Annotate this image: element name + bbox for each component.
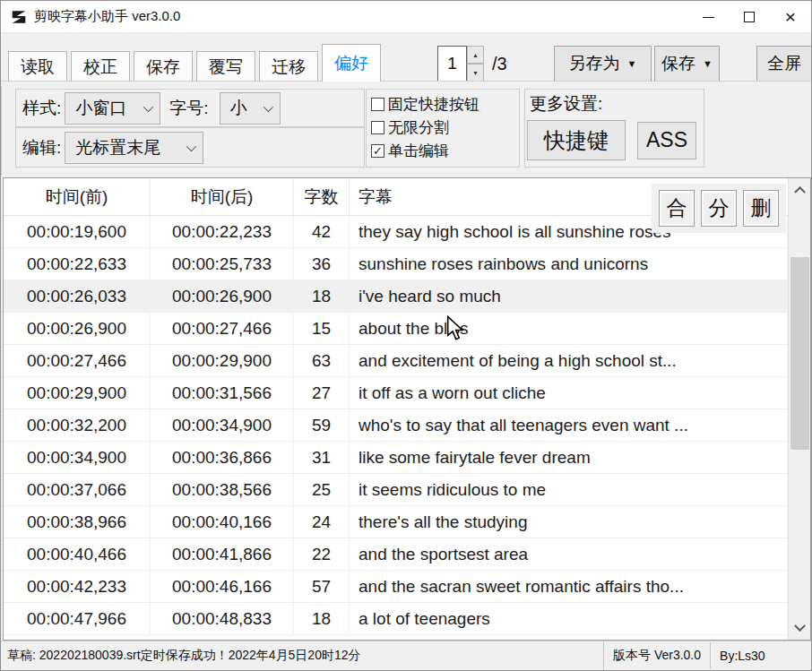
spin-down-icon[interactable]: ▼	[467, 64, 484, 82]
cell-time-start: 00:00:26,900	[4, 313, 151, 344]
subtitle-table: 时间(前) 时间(后) 字数 字幕 合 分 删 00:00:19,600 00:…	[3, 177, 811, 641]
cell-char-count: 24	[294, 506, 350, 538]
cell-time-start: 00:00:32,200	[4, 409, 151, 441]
cell-char-count: 36	[294, 248, 350, 280]
toolbar: 读取 校正 保存 覆写 迁移 偏好 ▲ ▼ /3 另存为 ▼ 保存 ▼ 全屏	[1, 41, 811, 86]
table-row[interactable]: 00:00:37,066 00:00:38,566 25 it seems ri…	[4, 474, 788, 506]
checkbox-infinite-split[interactable]: ✓ 无限分割	[371, 117, 519, 138]
minimize-button[interactable]	[687, 1, 729, 33]
cell-time-end: 00:00:41,866	[151, 538, 294, 570]
hotkey-button[interactable]: 快捷键	[527, 120, 626, 160]
maximize-button[interactable]	[729, 1, 770, 33]
cell-char-count: 42	[294, 216, 350, 247]
chevron-down-icon	[186, 141, 196, 151]
style-select[interactable]: 小窗口	[65, 92, 160, 125]
tab-bar: 读取 校正 保存 覆写 迁移 偏好	[8, 44, 381, 82]
scroll-up-icon[interactable]	[789, 178, 811, 201]
window-controls: ×	[687, 1, 811, 33]
cell-time-start: 00:00:40,466	[4, 538, 151, 570]
style-group: 样式: 小窗口 字号: 小	[15, 89, 365, 127]
table-row[interactable]: 00:00:27,466 00:00:29,900 63 and excitem…	[4, 345, 788, 377]
scroll-down-icon[interactable]	[789, 617, 811, 640]
edit-group: 编辑: 光标置末尾	[15, 127, 365, 168]
table-row[interactable]: 00:00:40,466 00:00:41,866 22 and the spo…	[4, 538, 788, 571]
edit-mode-value: 光标置末尾	[75, 136, 160, 159]
cell-char-count: 27	[294, 377, 350, 409]
header-time-start[interactable]: 时间(前)	[4, 178, 151, 215]
table-row[interactable]: 00:00:47,966 00:00:48,833 18 a lot of te…	[4, 603, 788, 635]
cell-time-end: 00:00:36,866	[151, 442, 294, 473]
close-button[interactable]: ×	[770, 1, 811, 33]
cell-char-count: 18	[294, 603, 350, 634]
fontsize-label: 字号:	[169, 97, 208, 120]
checkbox-icon: ✓	[371, 98, 384, 111]
fontsize-select[interactable]: 小	[220, 92, 281, 125]
scrollbar-thumb[interactable]	[790, 257, 809, 450]
edit-mode-select[interactable]: 光标置末尾	[65, 132, 203, 164]
checkbox-pin-shortcut[interactable]: ✓ 固定快捷按钮	[371, 94, 519, 115]
style-label: 样式:	[22, 97, 61, 120]
tab-correct[interactable]: 校正	[71, 51, 130, 82]
table-row[interactable]: 00:00:29,900 00:00:31,566 27 it off as a…	[4, 377, 788, 409]
cell-subtitle-text: and the sportsest area	[350, 538, 788, 570]
cell-time-start: 00:00:34,900	[4, 442, 151, 473]
draft-status-text: 草稿: 202202180039.srt定时保存成功！2022年4月5日20时1…	[1, 648, 603, 664]
header-char-count[interactable]: 字数	[294, 178, 350, 215]
table-row[interactable]: 00:00:38,966 00:00:40,166 24 there's all…	[4, 506, 788, 538]
tab-preferences[interactable]: 偏好	[322, 44, 381, 82]
more-settings-group: 更多设置: 快捷键 ASS	[524, 89, 704, 168]
style-value: 小窗口	[75, 97, 126, 120]
table-row[interactable]: 00:00:22,633 00:00:25,733 36 sunshine ro…	[4, 248, 788, 280]
vertical-scrollbar[interactable]	[788, 178, 810, 640]
cell-subtitle-text: like some fairytale fever dream	[350, 442, 788, 473]
tab-save[interactable]: 保存	[134, 51, 193, 82]
checkbox-icon: ✓	[371, 121, 384, 134]
tab-migrate[interactable]: 迁移	[259, 51, 318, 82]
cell-subtitle-text: and the sacran sweet romantic affairs th…	[350, 571, 788, 602]
table-row[interactable]: 00:00:32,200 00:00:34,900 59 who's to sa…	[4, 409, 788, 442]
cell-time-start: 00:00:38,966	[4, 506, 151, 538]
ass-button[interactable]: ASS	[637, 122, 696, 159]
save-label: 保存	[661, 52, 695, 75]
cell-subtitle-text: and excitement of being a high school st…	[350, 345, 788, 376]
checkbox-icon: ✓	[371, 144, 384, 158]
table-row[interactable]: 00:00:26,900 00:00:27,466 15 about the b…	[4, 313, 788, 345]
author-text: By:Ls30	[710, 642, 774, 669]
table-body: 00:00:19,600 00:00:22,233 42 they say hi…	[4, 216, 788, 640]
checkbox-click-edit[interactable]: ✓ 单击编辑	[371, 141, 519, 161]
cell-time-end: 00:00:27,466	[151, 313, 294, 344]
header-time-end[interactable]: 时间(后)	[151, 178, 294, 215]
page-number-input[interactable]	[437, 46, 467, 82]
cell-time-start: 00:00:19,600	[4, 216, 151, 247]
app-window: 剪映字幕小助手 ver3.0.0 × 读取 校正 保存 覆写 迁移 偏好 ▲ ▼…	[0, 0, 812, 671]
split-button[interactable]: 分	[701, 190, 737, 227]
cell-subtitle-text: a lot of teenagers	[350, 603, 788, 634]
cell-time-end: 00:00:25,733	[151, 248, 294, 280]
cell-time-end: 00:00:34,900	[151, 409, 294, 441]
cell-char-count: 63	[294, 345, 350, 376]
cell-char-count: 57	[294, 571, 350, 602]
status-bar: 草稿: 202202180039.srt定时保存成功！2022年4月5日20时1…	[1, 641, 811, 670]
cell-time-end: 00:00:38,566	[151, 474, 294, 505]
spin-up-icon[interactable]: ▲	[467, 46, 484, 64]
fullscreen-button[interactable]: 全屏	[756, 46, 812, 82]
cell-time-end: 00:00:31,566	[151, 377, 294, 409]
tab-overwrite[interactable]: 覆写	[196, 51, 255, 82]
delete-button[interactable]: 删	[743, 190, 779, 227]
preferences-panel: 样式: 小窗口 字号: 小 编辑: 光标置末尾	[1, 86, 811, 176]
table-row[interactable]: 00:00:26,033 00:00:26,900 18 i've heard …	[4, 280, 788, 313]
page-spinner: ▲ ▼ /3	[437, 46, 507, 82]
cell-time-start: 00:00:42,233	[4, 571, 151, 602]
checkbox-label: 固定快捷按钮	[388, 94, 479, 115]
cell-subtitle-text: it off as a worn out cliche	[350, 377, 788, 409]
save-button[interactable]: 保存 ▼	[654, 46, 720, 82]
merge-button[interactable]: 合	[659, 190, 695, 227]
cell-subtitle-text: who's to say that all teenagers even wan…	[350, 409, 788, 441]
page-spin-buttons: ▲ ▼	[467, 46, 484, 82]
table-row[interactable]: 00:00:34,900 00:00:36,866 31 like some f…	[4, 442, 788, 474]
tab-read[interactable]: 读取	[8, 51, 67, 82]
dropdown-caret-icon: ▼	[627, 58, 637, 69]
table-row[interactable]: 00:00:42,233 00:00:46,166 57 and the sac…	[4, 571, 788, 603]
save-as-button[interactable]: 另存为 ▼	[554, 46, 652, 82]
fontsize-value: 小	[230, 97, 247, 120]
